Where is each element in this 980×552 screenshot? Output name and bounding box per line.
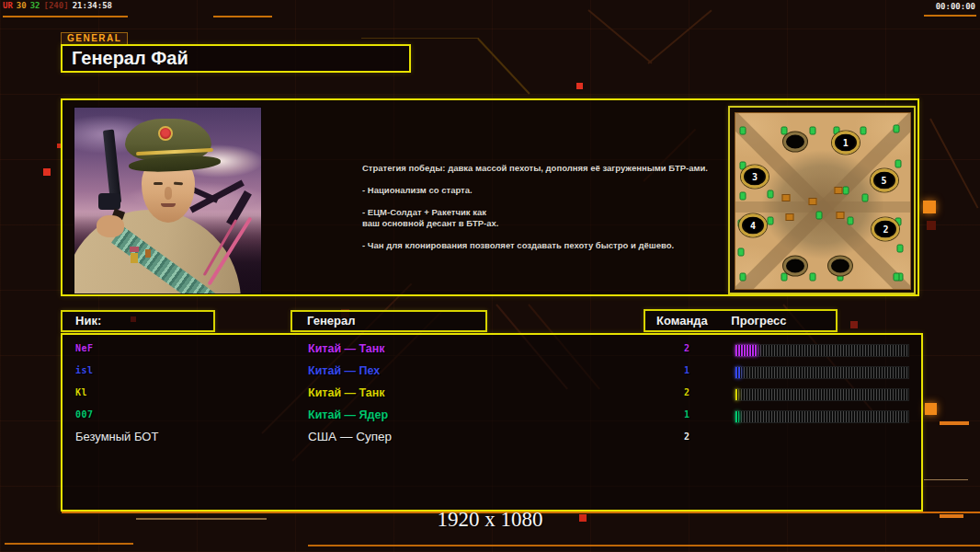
player-progress-bar — [735, 410, 909, 423]
general-portrait — [74, 107, 262, 294]
players-table: NeF Китай — Танк 2 isl Китай — Пех 1 Kl … — [61, 333, 923, 512]
decor-line — [940, 421, 969, 425]
decor-square — [576, 83, 583, 89]
status-segment: [240] — [44, 1, 69, 10]
decor-line — [924, 15, 976, 17]
map-start-position: 4 — [739, 214, 767, 237]
player-nick: Безумный БОТ — [75, 430, 158, 443]
player-progress-fill — [735, 345, 758, 356]
decor-square — [925, 403, 937, 415]
map-resource-dot — [896, 245, 903, 253]
player-nick: Kl — [75, 387, 87, 397]
decor-line — [929, 119, 978, 209]
general-medal — [131, 253, 138, 263]
eye — [174, 182, 183, 186]
column-header-team: Команда — [656, 314, 708, 328]
decor-line — [647, 9, 712, 63]
map-building — [782, 194, 791, 201]
resolution-label: 1920 x 1080 — [0, 508, 980, 532]
map-resource-dot — [768, 216, 774, 224]
map-road — [735, 201, 911, 213]
decor-line — [477, 38, 530, 94]
player-team: 2 — [666, 387, 708, 397]
decor-square — [923, 201, 936, 213]
strategy-line: - Национализм со старта. — [362, 185, 730, 196]
status-segment: 30 — [17, 1, 27, 10]
column-header-team-progress: Команда Прогресс — [644, 309, 838, 332]
player-nick: NeF — [75, 343, 94, 353]
player-row: 007 Китай — Ядер 1 — [63, 405, 921, 427]
player-team: 2 — [666, 343, 708, 353]
map-resource-dot — [739, 191, 746, 200]
decor-square — [850, 321, 858, 328]
map-resource-dot — [809, 127, 815, 135]
map-resource-dot — [861, 193, 868, 201]
map-resource-dot — [739, 127, 746, 135]
match-timer: 00:00:00 — [936, 2, 975, 11]
player-progress-bar — [735, 388, 909, 401]
strategy-line: Стратегия победы: давка массой пехоты, д… — [362, 163, 730, 174]
player-team: 1 — [666, 409, 708, 420]
player-progress-fill — [735, 367, 741, 378]
player-team: 1 — [666, 365, 708, 375]
player-nick: 007 — [75, 409, 94, 420]
decor-line — [308, 545, 980, 546]
decor-line — [3, 16, 128, 17]
column-header-progress: Прогресс — [731, 314, 786, 328]
general-tab-label: GENERAL — [67, 33, 121, 43]
map-resource-dot — [848, 216, 854, 224]
player-general: Китай — Пех — [308, 364, 380, 377]
page-title: Генерал Фай — [61, 44, 411, 73]
minimap-terrain: 13542 — [735, 112, 911, 290]
strategy-text: Стратегия победы: давка массой пехоты, д… — [362, 163, 730, 262]
decor-square — [927, 221, 936, 230]
strategy-line: - ЕЦМ-Солдат + Ракетчик как ваш основной… — [362, 207, 730, 229]
nose — [165, 187, 172, 200]
map-resource-dot — [842, 187, 849, 195]
general-hand — [97, 215, 124, 237]
player-row: Kl Китай — Танк 2 — [63, 383, 921, 405]
player-progress-bar — [735, 344, 909, 357]
player-row: NeF Китай — Танк 2 — [63, 339, 921, 361]
map-resource-dot — [737, 247, 744, 256]
player-general: Китай — Ядер — [308, 408, 388, 421]
status-segment: UR — [3, 1, 13, 10]
map-crater — [828, 257, 852, 276]
map-resource-dot — [893, 272, 899, 281]
map-building — [835, 187, 843, 194]
decor-line — [5, 543, 133, 545]
map-building — [837, 212, 845, 219]
column-header-general: Генерал — [291, 310, 487, 332]
status-segment: 32 — [30, 1, 40, 10]
mouth — [161, 203, 176, 207]
column-header-label: Ник: — [75, 314, 101, 328]
general-medal — [145, 249, 151, 258]
map-start-position: 2 — [872, 218, 899, 241]
map-resource-dot — [809, 272, 815, 281]
map-building — [785, 213, 793, 221]
column-header-label: Генерал — [307, 314, 355, 328]
general-info-panel: Стратегия победы: давка массой пехоты, д… — [61, 98, 919, 296]
map-building — [808, 198, 816, 205]
map-crater — [783, 132, 807, 151]
decor-line — [213, 16, 272, 17]
decor-line — [924, 479, 968, 480]
map-start-position: 1 — [832, 132, 860, 155]
map-resource-dot — [893, 125, 899, 133]
map-resource-dot — [816, 211, 823, 219]
player-progress-fill — [735, 411, 739, 422]
map-resource-dot — [768, 190, 774, 198]
eye — [154, 182, 163, 185]
status-left: UR3032[240]21:34:58 — [3, 1, 116, 10]
player-progress-bar — [735, 366, 909, 379]
player-general: Китай — Танк — [308, 386, 385, 399]
player-progress-fill — [735, 389, 738, 400]
map-resource-dot — [860, 127, 866, 135]
map-start-position: 3 — [741, 165, 769, 188]
player-general: Китай — Танк — [308, 342, 385, 355]
map-resource-dot — [895, 160, 901, 168]
player-team: 2 — [666, 431, 708, 442]
map-resource-dot — [781, 272, 788, 281]
revolver-cylinder — [98, 193, 120, 210]
player-general: США — Супер — [308, 430, 392, 443]
